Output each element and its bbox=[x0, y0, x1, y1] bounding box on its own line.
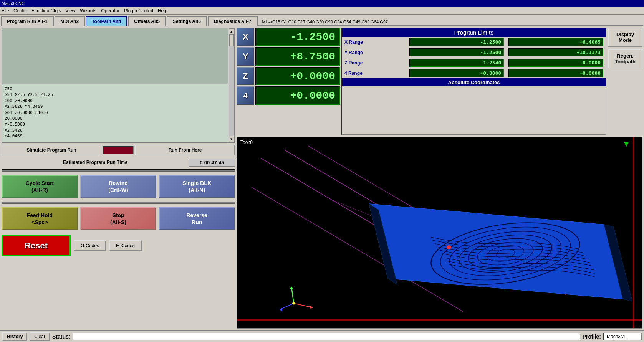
dro-x-row: X -1.2500 bbox=[237, 28, 340, 46]
x-range-label: X Range bbox=[342, 37, 407, 47]
viewport-right-bar bbox=[633, 137, 634, 328]
status-bar: History Clear Status: Profile: Mach3Mill bbox=[0, 330, 644, 342]
est-time-label: Estimated Program Run Time bbox=[2, 160, 189, 165]
simulate-program-run-button[interactable]: Simulate Program Run bbox=[2, 145, 101, 155]
est-time-row: Estimated Program Run Time 0:00:47:45 bbox=[2, 157, 235, 167]
dro-z-value[interactable]: +0.0000 bbox=[255, 67, 340, 85]
main-content: G50 G51 X2.5 Y2.5 Z1.25 G00 Z0.0000 X2.5… bbox=[0, 26, 644, 330]
tab-toolpath[interactable]: ToolPath Alt4 bbox=[86, 16, 127, 26]
est-time-value: 0:00:47:45 bbox=[189, 159, 235, 167]
prog-limits-table: X Range -1.2500 +6.4065 Y Range -1.2500 … bbox=[342, 37, 606, 78]
right-panel: X -1.2500 Y +8.7500 Z +0.0000 4 +0.0000 bbox=[237, 28, 642, 329]
dro-4-value[interactable]: +0.0000 bbox=[255, 86, 340, 105]
reset-row: Reset G-Codes M-Codes bbox=[2, 233, 235, 258]
gcode-line-4: X2.5626 Y4.0469 bbox=[5, 104, 232, 109]
tab-program-run[interactable]: Program Run Alt-1 bbox=[1, 16, 54, 26]
3d-viewport[interactable]: Tool:0 ▼ bbox=[237, 137, 642, 329]
svg-point-17 bbox=[447, 245, 451, 249]
y-range-max: +10.1173 bbox=[508, 48, 603, 56]
dro-y-label: Y bbox=[237, 47, 254, 66]
gcode-line-7: Y-0.5000 bbox=[5, 121, 232, 127]
table-row: Z Range -1.2540 +0.0000 bbox=[342, 58, 606, 68]
viewport-bottom-bar bbox=[237, 319, 642, 321]
viewport-svg bbox=[237, 137, 642, 328]
status-field[interactable] bbox=[73, 333, 580, 340]
x-range-max: +6.4065 bbox=[508, 38, 603, 46]
gcode-line-8: X2.5426 bbox=[5, 127, 232, 133]
z-range-label: Z Range bbox=[342, 58, 407, 68]
rewind-button[interactable]: Rewind(Crtl-W) bbox=[80, 175, 157, 198]
dro-z-label: Z bbox=[237, 67, 254, 85]
title-bar: Mach3 CNC bbox=[0, 0, 644, 7]
progress-bar-top bbox=[2, 169, 235, 172]
menu-operator[interactable]: Operator bbox=[101, 8, 119, 13]
cycle-start-button[interactable]: Cycle Start(Alt-R) bbox=[2, 175, 78, 198]
control-buttons-2: Feed Hold<Spc> Stop(Alt-S) ReverseRun bbox=[2, 206, 235, 232]
4-range-max: +0.0000 bbox=[508, 69, 603, 77]
left-panel: G50 G51 X2.5 Y2.5 Z1.25 G00 Z0.0000 X2.5… bbox=[2, 28, 235, 329]
gcode-line-9: Y4.0469 bbox=[5, 133, 232, 139]
profile-label: Profile: bbox=[583, 334, 601, 340]
stop-button[interactable]: Stop(Alt-S) bbox=[80, 207, 157, 230]
scroll-track[interactable] bbox=[229, 35, 234, 136]
limits-section: Program Limits X Range -1.2500 +6.4065 Y… bbox=[341, 28, 606, 135]
gcode-scrollbar[interactable]: ▲ ▼ bbox=[228, 28, 234, 142]
clear-button[interactable]: Clear bbox=[30, 332, 50, 341]
tab-settings[interactable]: Settings Alt6 bbox=[167, 16, 207, 26]
feed-hold-button[interactable]: Feed Hold<Spc> bbox=[2, 207, 78, 230]
gcode-editor[interactable]: G50 G51 X2.5 Y2.5 Z1.25 G00 Z0.0000 X2.5… bbox=[2, 28, 235, 143]
simulate-row: Simulate Program Run Run From Here bbox=[2, 144, 235, 156]
dro-x-value[interactable]: -1.2500 bbox=[255, 28, 340, 46]
4-range-label: 4 Range bbox=[342, 68, 407, 78]
table-row: X Range -1.2500 +6.4065 bbox=[342, 37, 606, 47]
tab-mdi[interactable]: MDI Alt2 bbox=[55, 16, 85, 26]
gcodes-button[interactable]: G-Codes bbox=[74, 240, 106, 251]
menu-file[interactable]: File bbox=[2, 8, 9, 13]
regen-toolpath-button[interactable]: Regen.Toolpath bbox=[608, 49, 642, 68]
menu-plugin-control[interactable]: PlugIn Control bbox=[124, 8, 153, 13]
control-buttons: Cycle Start(Alt-R) Rewind(Crtl-W) Single… bbox=[2, 173, 235, 200]
y-range-label: Y Range bbox=[342, 47, 407, 58]
reverse-run-button[interactable]: ReverseRun bbox=[159, 207, 235, 230]
history-button[interactable]: History bbox=[2, 332, 27, 341]
x-range-min: -1.2500 bbox=[409, 38, 504, 46]
dro-y-row: Y +8.7500 bbox=[237, 47, 340, 66]
side-buttons: DisplayMode Regen.Toolpath bbox=[608, 28, 642, 135]
gcode-line-1: G50 bbox=[5, 86, 232, 92]
gcode-line-6: Z0.0000 bbox=[5, 116, 232, 121]
menu-function-cfgs[interactable]: Function Cfg's bbox=[31, 8, 61, 13]
4-range-min: +0.0000 bbox=[409, 69, 504, 77]
menu-view[interactable]: View bbox=[65, 8, 75, 13]
table-row: Y Range -1.2500 +10.1173 bbox=[342, 47, 606, 58]
svg-point-24 bbox=[292, 302, 295, 304]
menu-wizards[interactable]: Wizards bbox=[80, 8, 96, 13]
scroll-up-btn[interactable]: ▲ bbox=[229, 28, 234, 35]
single-blk-button[interactable]: Single BLK(Alt-N) bbox=[159, 175, 235, 198]
gcode-line-3: G00 Z0.0000 bbox=[5, 98, 232, 104]
dro-x-label: X bbox=[237, 28, 254, 46]
gcode-top-area bbox=[2, 28, 234, 84]
gcode-line-5: G01 Z0.0000 F40.0 bbox=[5, 110, 232, 116]
table-row: 4 Range +0.0000 +0.0000 bbox=[342, 68, 606, 78]
y-range-min: -1.2500 bbox=[409, 48, 504, 56]
reset-button[interactable]: Reset bbox=[2, 235, 71, 256]
tab-offsets[interactable]: Offsets Alt5 bbox=[128, 16, 166, 26]
dro-4-label: 4 bbox=[237, 86, 254, 105]
menu-config[interactable]: Config bbox=[13, 8, 27, 13]
scroll-thumb[interactable] bbox=[229, 35, 234, 46]
title-text: Mach3 CNC bbox=[2, 1, 25, 6]
menu-help[interactable]: Help bbox=[158, 8, 167, 13]
abs-coords-title: Absolute Coordinates bbox=[342, 78, 606, 86]
dro-4-row: 4 +0.0000 bbox=[237, 86, 340, 105]
dro-y-value[interactable]: +8.7500 bbox=[255, 47, 340, 66]
program-limits-panel: Program Limits X Range -1.2500 +6.4065 Y… bbox=[341, 28, 606, 135]
profile-value: Mach3Mill bbox=[603, 333, 642, 340]
coords-panel: X -1.2500 Y +8.7500 Z +0.0000 4 +0.0000 bbox=[237, 28, 642, 135]
z-range-min: -1.2540 bbox=[409, 59, 504, 67]
mcodes-button[interactable]: M-Codes bbox=[109, 240, 142, 251]
scroll-down-btn[interactable]: ▼ bbox=[229, 136, 234, 142]
display-mode-button[interactable]: DisplayMode bbox=[608, 28, 642, 47]
tab-diagnostics[interactable]: Diagnostics Alt-7 bbox=[208, 16, 258, 26]
run-from-here-button[interactable]: Run From Here bbox=[135, 145, 235, 155]
gcode-text-area[interactable]: G50 G51 X2.5 Y2.5 Z1.25 G00 Z0.0000 X2.5… bbox=[2, 84, 234, 142]
